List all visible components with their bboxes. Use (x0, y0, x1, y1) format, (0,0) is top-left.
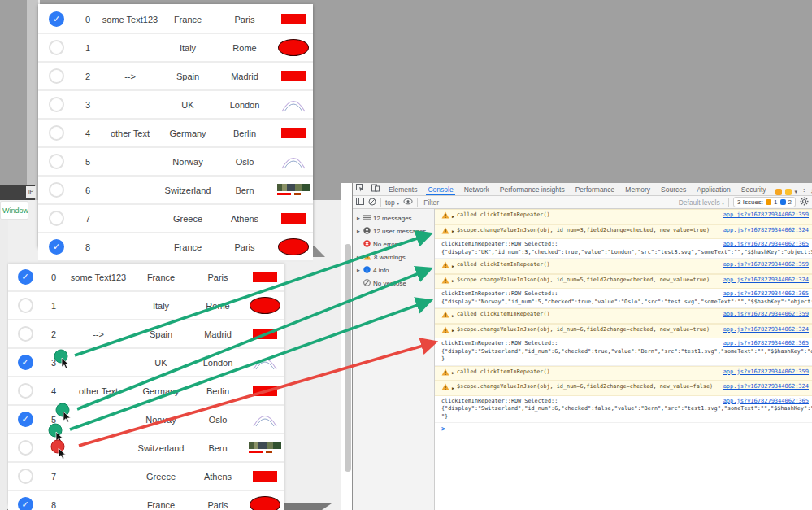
clear-console-icon[interactable] (368, 198, 376, 207)
expand-caret-icon[interactable]: ▶ (452, 312, 454, 320)
console-warning-row: ▶called clickItemInRepeater()app.js?v167… (435, 209, 812, 224)
photo-image-redbar (249, 451, 263, 453)
source-link[interactable]: app.js?v1678279344062:324 (723, 326, 809, 334)
row-country: Germany (169, 129, 206, 138)
source-link[interactable]: app.js?v1678279344062:365 (723, 398, 809, 406)
device-toolbar-icon[interactable] (371, 183, 380, 195)
expand-caret-icon[interactable]: ▶ (452, 228, 454, 236)
tab-security[interactable]: Security (740, 185, 768, 195)
table-row[interactable]: 7GreeceAthens (8, 463, 284, 491)
row-checkbox[interactable] (18, 298, 33, 313)
tab-performance-insights[interactable]: Performance insights (498, 185, 567, 195)
issues-label: 3 Issues: (737, 198, 763, 206)
window-button[interactable]: Window (0, 201, 28, 220)
sidebar-item-list[interactable]: ▶12 messages (353, 211, 434, 224)
tab-sources[interactable]: Sources (659, 185, 688, 195)
row-checkbox[interactable]: ✓ (18, 412, 33, 427)
table-row[interactable]: ✓0some Text123FranceParis (8, 264, 284, 292)
toolbar-separator (728, 198, 729, 207)
row-checkbox[interactable] (49, 211, 64, 226)
expand-caret-icon[interactable]: ▶ (452, 385, 454, 393)
expand-caret-icon[interactable]: ▶ (357, 255, 361, 259)
row-checkbox[interactable]: ✓ (18, 497, 33, 510)
tab-console[interactable]: Console (426, 185, 454, 195)
row-checkbox[interactable]: ✓ (18, 269, 33, 285)
expand-caret-icon[interactable]: ▶ (452, 277, 454, 286)
source-link[interactable]: app.js?v1678279344062:359 (723, 261, 809, 269)
row-checkbox[interactable] (49, 154, 64, 169)
console-settings-gear-icon[interactable] (800, 197, 809, 207)
row-checkbox[interactable] (49, 125, 64, 141)
console-prompt[interactable]: > (435, 423, 812, 433)
expand-caret-icon[interactable]: ▶ (357, 216, 361, 220)
sidebar-item-verbose[interactable]: No verbose (353, 277, 434, 290)
source-link[interactable]: app.js?v1678279344062:359 (723, 311, 809, 319)
table-row[interactable]: ✓8FranceParis (8, 491, 284, 510)
table-row[interactable]: 7GreeceAthens (38, 205, 313, 233)
table-row[interactable]: 1ItalyRome (38, 34, 313, 63)
table-row[interactable]: ✓3UKLondon (8, 349, 284, 377)
table-row[interactable]: 6SwitzerlandBern (38, 177, 313, 205)
tab-network[interactable]: Network (462, 185, 491, 195)
table-row[interactable]: 2-->SpainMadrid (38, 63, 313, 91)
source-link[interactable]: app.js?v1678279344062:324 (723, 383, 809, 391)
row-checkbox[interactable] (18, 440, 33, 456)
table-row[interactable]: 4other TextGermanyBerlin (38, 120, 313, 148)
row-country: Switzerland (138, 443, 185, 453)
table-row[interactable]: 3UKLondon (38, 91, 313, 120)
context-selector[interactable]: top ▾ (385, 198, 399, 207)
source-link[interactable]: app.js?v1678279344062:324 (723, 277, 809, 285)
table-row[interactable]: 5NorwayOslo (38, 148, 313, 177)
row-country: Greece (173, 214, 202, 224)
expand-caret-icon[interactable]: ▶ (357, 268, 361, 272)
flag-image (253, 329, 277, 339)
row-checkbox[interactable] (18, 326, 33, 342)
table-row[interactable]: ✓5NorwayOslo (8, 406, 284, 434)
tab-elements[interactable]: Elements (387, 185, 419, 195)
source-link[interactable]: app.js?v1678279344062:365 (723, 290, 809, 299)
expand-caret-icon[interactable]: ▶ (357, 229, 361, 233)
tab-memory[interactable]: Memory (623, 185, 652, 195)
sidebar-item-warning[interactable]: ▶8 warnings (353, 251, 434, 264)
table-row[interactable]: ✓0some Text123FranceParis (38, 6, 313, 34)
row-checkbox[interactable]: ✓ (49, 11, 64, 27)
table-row[interactable]: 1ItalyRome (8, 292, 284, 320)
sidebar-item-user[interactable]: ▶12 user messages (353, 224, 434, 238)
row-checkbox[interactable] (49, 182, 64, 198)
tab-application[interactable]: Application (695, 185, 732, 195)
source-link[interactable]: app.js?v1678279344062:359 (723, 211, 809, 220)
table-row[interactable]: 2-->SpainMadrid (8, 320, 284, 349)
dock-side-icon[interactable]: ▾ (795, 189, 798, 195)
sidebar-item-error[interactable]: No errors (353, 238, 434, 251)
source-link[interactable]: app.js?v1678279344062:365 (723, 241, 809, 249)
row-country: Italy (180, 43, 196, 53)
row-checkbox[interactable]: ✓ (18, 355, 33, 370)
kebab-menu-icon[interactable]: ⋮ (801, 188, 807, 195)
filter-input[interactable] (422, 198, 547, 207)
issues-info-count: 2 (788, 198, 792, 206)
page-scrollbar-thumb[interactable] (345, 244, 351, 472)
row-checkbox[interactable] (49, 97, 64, 112)
row-checkbox[interactable]: ✓ (49, 239, 64, 255)
log-levels-dropdown[interactable]: Default levels ▾ (679, 198, 724, 207)
expand-caret-icon[interactable]: ▶ (452, 327, 454, 335)
issues-counter[interactable]: 3 Issues: 1 2 (733, 197, 796, 207)
sidebar-item-info[interactable]: ▶4 info (353, 264, 434, 277)
expand-caret-icon[interactable]: ▶ (452, 213, 454, 221)
expand-caret-icon[interactable]: ▶ (452, 369, 454, 377)
row-checkbox[interactable] (49, 68, 64, 84)
source-link[interactable]: app.js?v1678279344062:324 (723, 227, 809, 235)
row-checkbox[interactable] (18, 383, 33, 399)
table-row[interactable]: ✓8FranceParis (38, 233, 313, 262)
row-checkbox[interactable] (49, 40, 64, 55)
tab-performance[interactable]: Performance (574, 185, 617, 195)
table-row[interactable]: 6SwitzerlandBern (8, 434, 284, 463)
source-link[interactable]: app.js?v1678279344062:365 (723, 340, 809, 348)
source-link[interactable]: app.js?v1678279344062:359 (723, 368, 809, 377)
console-sidebar-toggle-icon[interactable] (356, 198, 364, 207)
inspect-icon[interactable] (356, 183, 364, 195)
table-row[interactable]: 4other TextGermanyBerlin (8, 377, 284, 406)
live-expression-eye-icon[interactable] (403, 198, 413, 207)
expand-caret-icon[interactable]: ▶ (452, 263, 454, 271)
row-checkbox[interactable] (18, 469, 33, 484)
